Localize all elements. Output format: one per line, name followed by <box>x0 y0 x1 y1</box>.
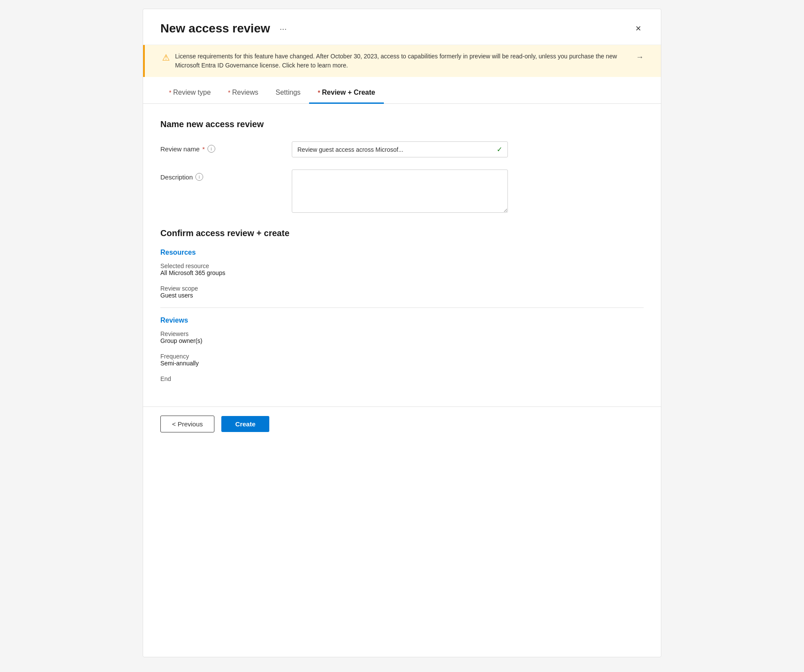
description-info-icon[interactable]: i <box>195 173 203 181</box>
main-content: Name new access review Review name * i R… <box>143 104 661 406</box>
description-input[interactable] <box>292 170 508 213</box>
panel-header: New access review ··· × <box>143 9 661 45</box>
alert-arrow-icon[interactable]: → <box>636 53 644 62</box>
license-alert-banner: ⚠ License requirements for this feature … <box>143 45 661 77</box>
selected-resource-value: All Microsoft 365 groups <box>160 269 644 276</box>
confirm-title: Confirm access review + create <box>160 228 644 238</box>
review-name-label-text: Review name <box>160 145 200 153</box>
tab-review-create[interactable]: * Review + Create <box>309 81 384 104</box>
confirm-section: Confirm access review + create Resources… <box>160 228 644 382</box>
description-label: Description i <box>160 170 281 181</box>
review-name-info-icon[interactable]: i <box>207 145 215 153</box>
close-button[interactable]: × <box>633 21 644 36</box>
create-button[interactable]: Create <box>221 416 269 432</box>
frequency-value: Semi-annually <box>160 360 644 367</box>
review-name-row: Review name * i Review guest access acro… <box>160 141 644 157</box>
tab-review-create-label: Review + Create <box>322 89 375 96</box>
divider-1 <box>160 307 644 308</box>
description-row: Description i <box>160 170 644 213</box>
reviewers-group: Reviewers Group owner(s) <box>160 330 644 344</box>
resources-subsection: Resources Selected resource All Microsof… <box>160 249 644 299</box>
name-section: Name new access review Review name * i R… <box>160 119 644 213</box>
previous-button[interactable]: < Previous <box>160 416 214 432</box>
review-scope-group: Review scope Guest users <box>160 285 644 299</box>
new-access-review-panel: New access review ··· × ⚠ License requir… <box>143 9 661 657</box>
end-group: End <box>160 375 644 382</box>
reviewers-value: Group owner(s) <box>160 337 644 344</box>
name-section-title: Name new access review <box>160 119 644 129</box>
tab-settings-label: Settings <box>276 89 301 96</box>
tabs-container: * Review type * Reviews Settings * Revie… <box>143 80 661 104</box>
reviews-subsection: Reviews Reviewers Group owner(s) Frequen… <box>160 317 644 382</box>
alert-text: License requirements for this feature ha… <box>175 52 631 70</box>
tab-review-type-label: Review type <box>173 89 211 96</box>
review-name-input[interactable]: Review guest access across Microsof... ✓ <box>292 141 508 157</box>
review-scope-value: Guest users <box>160 292 644 299</box>
review-name-required: * <box>202 145 205 153</box>
required-star-review-create: * <box>318 89 320 96</box>
tab-reviews-label: Reviews <box>232 89 258 96</box>
checkmark-icon: ✓ <box>497 145 502 154</box>
selected-resource-group: Selected resource All Microsoft 365 grou… <box>160 262 644 276</box>
tab-review-type[interactable]: * Review type <box>160 81 220 104</box>
end-label: End <box>160 375 644 382</box>
description-label-text: Description <box>160 173 193 181</box>
footer: < Previous Create <box>143 406 661 441</box>
tab-settings[interactable]: Settings <box>267 81 309 104</box>
review-name-label: Review name * i <box>160 141 281 153</box>
reviews-header[interactable]: Reviews <box>160 317 644 324</box>
review-name-value: Review guest access across Microsof... <box>297 146 403 153</box>
required-star-reviews: * <box>228 89 230 96</box>
tab-reviews[interactable]: * Reviews <box>220 81 267 104</box>
resources-header[interactable]: Resources <box>160 249 644 256</box>
title-row: New access review ··· <box>160 22 290 35</box>
frequency-group: Frequency Semi-annually <box>160 353 644 367</box>
ellipsis-button[interactable]: ··· <box>276 22 290 35</box>
reviewers-label: Reviewers <box>160 330 644 337</box>
required-star-review-type: * <box>169 89 171 96</box>
warning-icon: ⚠ <box>162 52 170 63</box>
alert-content: ⚠ License requirements for this feature … <box>162 52 631 70</box>
panel-title: New access review <box>160 22 270 35</box>
review-scope-label: Review scope <box>160 285 644 292</box>
selected-resource-label: Selected resource <box>160 262 644 269</box>
frequency-label: Frequency <box>160 353 644 360</box>
